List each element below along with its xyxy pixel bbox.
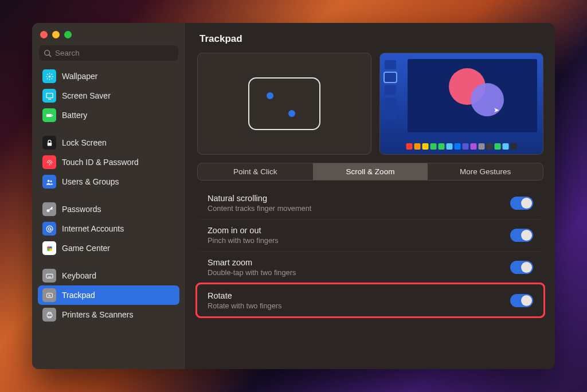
trackpad-outline [248, 77, 320, 130]
sidebar-item-internet-accounts[interactable]: Internet Accounts [38, 219, 179, 238]
window-controls [32, 23, 185, 43]
tab-more-gestures[interactable]: More Gestures [428, 163, 543, 180]
sidebar-item-label: Wallpaper [62, 72, 98, 81]
trackpad-icon [42, 288, 56, 302]
preview-thumbnail-strip [385, 60, 396, 120]
toggle-smart-zoom[interactable] [510, 261, 533, 274]
svg-rect-6 [47, 142, 52, 146]
sidebar-item-wallpaper[interactable]: Wallpaper [38, 66, 179, 86]
sidebar-item-lock-screen[interactable]: Lock Screen [38, 133, 179, 152]
option-subtitle: Content tracks finger movement [208, 204, 311, 213]
svg-point-14 [49, 248, 52, 250]
key-icon [42, 202, 56, 216]
sidebar-list: WallpaperScreen SaverBatteryLock ScreenT… [32, 66, 185, 369]
option-natural-scrolling: Natural scrollingContent tracks finger m… [197, 187, 543, 219]
tab-bar: Point & ClickScroll & ZoomMore Gestures [197, 163, 543, 181]
finger-dot-icon [288, 110, 295, 117]
sidebar-item-passwords[interactable]: Passwords [38, 199, 179, 219]
close-window-button[interactable] [40, 31, 48, 38]
sidebar-item-label: Screen Saver [62, 91, 111, 100]
svg-rect-5 [52, 115, 52, 116]
svg-point-8 [50, 180, 52, 182]
option-subtitle: Pinch with two fingers [208, 236, 279, 245]
users-icon [42, 175, 56, 189]
printer-icon [42, 308, 56, 322]
option-rotate: RotateRotate with two fingers [197, 284, 543, 316]
game-icon [42, 241, 56, 255]
battery-icon [42, 108, 56, 122]
screensaver-icon [42, 89, 56, 103]
finger-dot-icon [267, 92, 273, 99]
sidebar-item-battery[interactable]: Battery [38, 105, 179, 125]
preview-dock [406, 143, 517, 150]
toggle-zoom-in-or-out[interactable] [510, 229, 533, 242]
svg-rect-17 [47, 313, 52, 316]
sidebar-item-users-groups[interactable]: Users & Groups [38, 172, 179, 191]
gesture-preview: ➤ [379, 53, 543, 155]
sidebar-item-printers-scanners[interactable]: Printers & Scanners [38, 305, 179, 324]
option-title: Rotate [208, 291, 281, 300]
lock-icon [42, 136, 56, 150]
sidebar-item-label: Keyboard [62, 271, 96, 280]
sidebar-item-label: Touch ID & Password [62, 158, 139, 167]
main-content: Trackpad ➤ Point & ClickScroll & ZoomM [186, 23, 555, 369]
sidebar-item-label: Passwords [62, 205, 101, 214]
sidebar-item-label: Trackpad [62, 291, 95, 300]
fingerprint-icon [42, 155, 56, 169]
search-icon [44, 49, 52, 57]
at-icon [42, 222, 56, 236]
search-input[interactable] [55, 49, 174, 57]
sidebar-item-label: Game Center [62, 244, 110, 253]
sidebar-item-label: Printers & Scanners [62, 310, 134, 319]
svg-rect-4 [46, 114, 51, 117]
sidebar-item-label: Internet Accounts [62, 224, 124, 233]
options-list: Natural scrollingContent tracks finger m… [186, 184, 555, 316]
option-title: Zoom in or out [208, 226, 279, 235]
sidebar-item-trackpad[interactable]: Trackpad [38, 285, 179, 305]
option-smart-zoom: Smart zoomDouble-tap with two fingers [197, 251, 543, 283]
svg-line-1 [49, 54, 52, 57]
sidebar-item-label: Lock Screen [62, 138, 107, 147]
svg-rect-3 [46, 93, 52, 97]
tab-point-click[interactable]: Point & Click [198, 163, 313, 180]
svg-point-10 [48, 228, 50, 230]
svg-point-2 [48, 75, 50, 77]
cursor-icon: ➤ [494, 106, 499, 114]
wallpaper-icon [42, 69, 56, 83]
toggle-rotate[interactable] [510, 294, 533, 307]
sidebar-item-touch-id-password[interactable]: Touch ID & Password [38, 152, 179, 172]
option-zoom-in-or-out: Zoom in or outPinch with two fingers [197, 219, 543, 251]
trackpad-illustration [197, 53, 371, 155]
sidebar-item-screen-saver[interactable]: Screen Saver [38, 86, 179, 105]
sidebar-item-label: Users & Groups [62, 177, 119, 186]
toggle-natural-scrolling[interactable] [510, 197, 533, 210]
option-subtitle: Rotate with two fingers [208, 301, 281, 310]
sidebar-item-label: Battery [62, 111, 87, 120]
svg-point-9 [46, 209, 49, 211]
sidebar-item-keyboard[interactable]: Keyboard [38, 266, 179, 285]
option-subtitle: Double-tap with two fingers [208, 268, 296, 277]
svg-point-0 [45, 50, 50, 55]
preview-row: ➤ [186, 50, 555, 163]
minimize-window-button[interactable] [52, 31, 60, 38]
tab-scroll-zoom[interactable]: Scroll & Zoom [313, 163, 428, 180]
svg-point-7 [47, 179, 49, 182]
option-title: Smart zoom [208, 258, 296, 267]
keyboard-icon [42, 269, 56, 283]
search-field[interactable] [39, 45, 178, 61]
settings-window: WallpaperScreen SaverBatteryLock ScreenT… [32, 23, 555, 369]
option-title: Natural scrolling [208, 194, 311, 203]
svg-rect-15 [46, 274, 52, 278]
page-title: Trackpad [199, 33, 541, 45]
zoom-window-button[interactable] [64, 31, 72, 38]
sidebar-item-game-center[interactable]: Game Center [38, 238, 179, 258]
sidebar: WallpaperScreen SaverBatteryLock ScreenT… [32, 23, 186, 369]
